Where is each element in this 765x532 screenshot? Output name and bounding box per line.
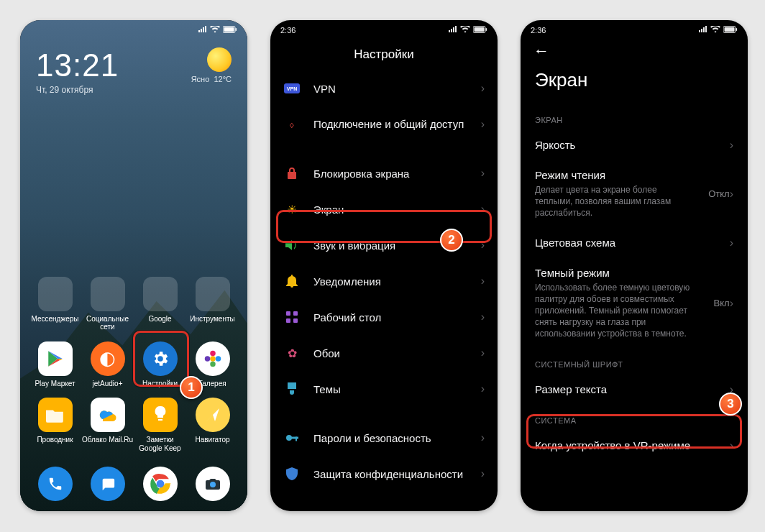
- row-label: Режим чтения: [535, 169, 702, 181]
- row-security[interactable]: Пароли и безопасность ›: [270, 420, 498, 456]
- dock-phone[interactable]: [38, 467, 73, 501]
- row-sound[interactable]: Звук и вибрация ›: [270, 227, 498, 263]
- grid-icon: [283, 308, 301, 326]
- wifi-icon: [460, 26, 470, 35]
- row-text-size[interactable]: Размер текста ›: [521, 375, 748, 405]
- clock-date: Чт, 29 октября: [36, 85, 119, 95]
- flower-icon: ✿: [283, 344, 301, 362]
- row-label: Яркость: [535, 139, 730, 151]
- row-brightness[interactable]: Яркость ›: [521, 130, 748, 160]
- row-label: VPN: [313, 83, 477, 95]
- app-mailru-cloud[interactable]: Облако Mail.Ru: [81, 398, 134, 452]
- row-status: Вкл: [714, 298, 730, 308]
- chevron-right-icon: ›: [481, 311, 485, 324]
- chevron-right-icon: ›: [481, 118, 485, 131]
- weather-widget[interactable]: Ясно 12°C: [191, 47, 232, 83]
- row-label: Экран: [313, 203, 477, 216]
- svg-point-3: [210, 356, 216, 362]
- app-label: Проводник: [37, 436, 73, 444]
- dock-chrome[interactable]: [143, 467, 178, 501]
- chevron-right-icon: ›: [481, 275, 485, 288]
- chevron-right-icon: ›: [481, 347, 485, 359]
- dock-camera[interactable]: [196, 467, 230, 501]
- svg-rect-15: [293, 318, 298, 323]
- row-display[interactable]: ☀ Экран ›: [270, 191, 498, 227]
- app-google-keep[interactable]: Заметки Google Keep: [134, 398, 186, 452]
- app-label: Социальные сети: [81, 315, 134, 331]
- app-navigator[interactable]: Навигатор: [186, 398, 239, 452]
- app-label: Play Маркет: [35, 380, 75, 388]
- chevron-right-icon: ›: [730, 237, 733, 249]
- bell-icon: [283, 272, 301, 290]
- svg-point-8: [210, 482, 216, 487]
- row-subtitle: Делает цвета на экране более теплыми, по…: [535, 184, 702, 219]
- row-privacy[interactable]: Защита конфиденциальности ›: [270, 456, 498, 492]
- back-row: ←: [521, 37, 748, 63]
- svg-rect-2: [236, 28, 237, 31]
- row-vpn[interactable]: VPN VPN ›: [270, 70, 498, 106]
- row-label: Когда устройство в VR-режиме: [535, 439, 730, 451]
- back-arrow-icon[interactable]: ←: [533, 42, 549, 60]
- app-play-market[interactable]: Play Маркет: [29, 341, 81, 388]
- dock-messages[interactable]: [91, 467, 125, 501]
- lock-icon: [283, 165, 301, 182]
- brush-icon: [283, 380, 301, 398]
- section-system: СИСТЕМА: [521, 405, 748, 431]
- folder-messengers[interactable]: Мессенджеры: [29, 277, 81, 331]
- phone-home-screen: 13:21 Чт, 29 октября Ясно 12°C Мессендже…: [20, 20, 247, 511]
- weather-sun-icon: [207, 47, 232, 72]
- app-jetaudio[interactable]: ◐ jetAudio+: [81, 341, 134, 388]
- app-label: Google: [148, 315, 171, 324]
- phone-display-settings: 2:36 ← Экран ЭКРАН Яркость › Режим чтени…: [521, 20, 748, 511]
- chevron-right-icon: ›: [481, 82, 485, 95]
- row-desktop[interactable]: Рабочий стол ›: [270, 299, 498, 335]
- row-subtitle: Использовать более темную цветовую палит…: [535, 282, 708, 340]
- svg-rect-17: [291, 437, 298, 439]
- chevron-right-icon: ›: [730, 297, 733, 310]
- wifi-icon: [210, 26, 220, 35]
- sound-icon: [283, 237, 301, 254]
- row-label: Рабочий стол: [313, 311, 477, 324]
- row-dark-mode[interactable]: Темный режим Использовать более темную ц…: [521, 258, 748, 349]
- status-bar: [20, 20, 247, 37]
- row-label: Размер текста: [535, 383, 730, 395]
- row-status: Откл: [708, 188, 730, 199]
- shield-icon: [283, 465, 301, 482]
- sun-icon: ☀: [283, 201, 301, 218]
- battery-icon: [223, 26, 237, 35]
- row-reading-mode[interactable]: Режим чтения Делает цвета на экране боле…: [521, 160, 748, 228]
- row-label: Звук и вибрация: [313, 239, 477, 252]
- clock-time: 13:21: [36, 47, 119, 83]
- row-wallpaper[interactable]: ✿ Обои ›: [270, 335, 498, 371]
- folder-social[interactable]: Социальные сети: [81, 277, 134, 331]
- battery-icon: [473, 26, 487, 35]
- chevron-right-icon: ›: [730, 139, 733, 152]
- chevron-right-icon: ›: [481, 431, 485, 444]
- row-connection-sharing[interactable]: ⬨ Подключение и общий доступ ›: [270, 106, 498, 142]
- clock-weather-widget[interactable]: 13:21 Чт, 29 октября Ясно 12°C: [20, 37, 247, 95]
- chevron-right-icon: ›: [730, 439, 733, 452]
- chevron-right-icon: ›: [730, 383, 733, 396]
- app-gallery[interactable]: Галерея: [186, 341, 239, 388]
- section-screen: ЭКРАН: [521, 104, 748, 130]
- svg-rect-21: [736, 28, 738, 31]
- app-label: Навигатор: [195, 436, 229, 444]
- row-vr-mode[interactable]: Когда устройство в VR-режиме ›: [521, 431, 748, 461]
- svg-rect-13: [293, 311, 298, 316]
- folder-tools[interactable]: Инструменты: [186, 277, 239, 331]
- chevron-right-icon: ›: [730, 188, 733, 201]
- row-notifications[interactable]: Уведомления ›: [270, 263, 498, 299]
- app-label: jetAudio+: [93, 380, 123, 388]
- chevron-right-icon: ›: [481, 167, 485, 180]
- folder-google[interactable]: Google: [134, 277, 186, 331]
- row-themes[interactable]: Темы ›: [270, 371, 498, 407]
- row-lock-screen[interactable]: Блокировка экрана ›: [270, 155, 498, 191]
- row-color-scheme[interactable]: Цветовая схема ›: [521, 228, 748, 258]
- chevron-right-icon: ›: [481, 467, 485, 480]
- signal-icon: [198, 26, 207, 35]
- svg-rect-20: [725, 27, 735, 32]
- app-settings[interactable]: Настройки: [134, 341, 186, 388]
- share-icon: ⬨: [283, 116, 301, 133]
- svg-rect-1: [224, 27, 234, 32]
- app-explorer[interactable]: Проводник: [29, 398, 81, 452]
